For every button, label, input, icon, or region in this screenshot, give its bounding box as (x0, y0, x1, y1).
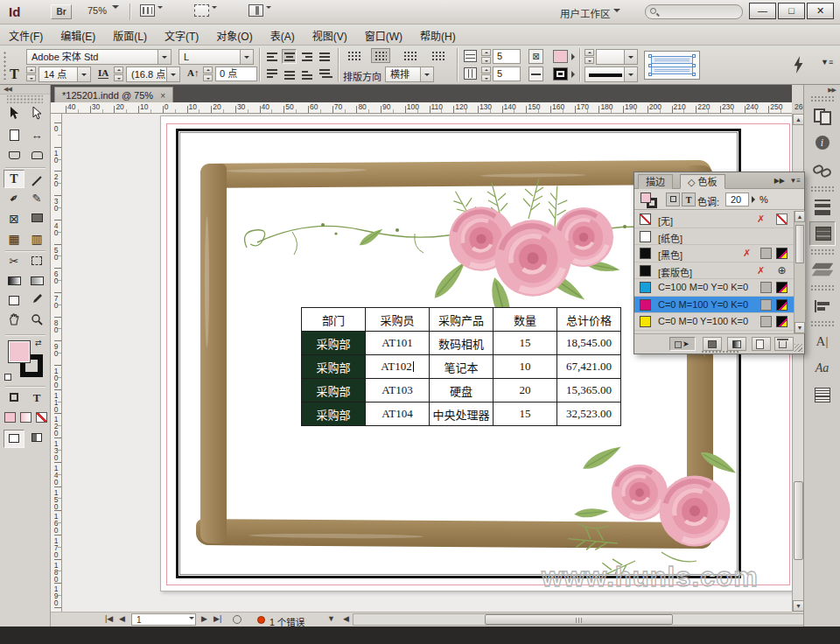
default-fill-stroke-icon[interactable] (4, 374, 11, 381)
show-color-swatches-button[interactable] (703, 337, 722, 351)
stepper-up-icon[interactable] (481, 66, 491, 74)
expand-dock-icon[interactable]: ▶▶ (828, 87, 836, 94)
quick-apply-icon[interactable] (793, 56, 804, 74)
first-page-button[interactable]: |◀ (105, 614, 113, 623)
grid-format-button-4[interactable] (429, 49, 448, 64)
menu-view[interactable]: 视图(V) (304, 24, 356, 46)
pen-tool[interactable]: ✒ (4, 190, 24, 208)
table-cell[interactable]: 中央处理器 (430, 402, 494, 426)
formatting-affects-text-button[interactable]: T (26, 389, 47, 408)
panel-grip[interactable] (3, 51, 7, 80)
dropdown-button[interactable] (624, 50, 637, 64)
stepper-down-icon[interactable] (584, 57, 594, 64)
align-center-button[interactable] (282, 49, 297, 64)
table-cell[interactable]: 10 (494, 355, 557, 379)
fill-proxy-swatch[interactable] (640, 192, 651, 203)
bridge-button[interactable]: Br (51, 4, 72, 19)
dropdown-button[interactable] (166, 67, 179, 81)
menu-file[interactable]: 文件(F) (0, 24, 52, 46)
screen-mode-dropdown[interactable] (248, 4, 271, 20)
stepper-down-icon[interactable] (481, 57, 491, 64)
layers-panel-button[interactable] (809, 257, 836, 282)
scroll-up-button[interactable]: ▲ (794, 211, 805, 222)
delete-swatch-button[interactable] (774, 337, 794, 351)
stepper-down-icon[interactable] (114, 74, 123, 81)
eyedropper-tool[interactable] (26, 293, 47, 312)
stepper-up-icon[interactable] (26, 66, 36, 74)
font-family-dropdown[interactable]: Adobe 宋体 Std (26, 49, 172, 65)
zoom-level-dropdown[interactable]: 75% (88, 5, 119, 16)
collapse-panel-icon[interactable]: ◀◀ (4, 86, 11, 93)
panel-menu-icon[interactable]: ▼≡ (789, 177, 801, 185)
maximize-button[interactable]: □ (778, 3, 805, 19)
align-middle-button[interactable] (282, 66, 297, 81)
dropdown-button[interactable] (240, 50, 253, 64)
align-left-button[interactable] (264, 49, 279, 64)
tint-field[interactable]: 20 (725, 192, 749, 206)
align-top-button[interactable] (264, 66, 279, 81)
panel-menu-button[interactable]: ▼≡ (821, 58, 833, 66)
minimize-button[interactable]: — (749, 3, 776, 19)
pencil-tool[interactable]: ✎ (26, 190, 47, 208)
table-cell[interactable]: 采购部 (302, 379, 366, 402)
line-tool[interactable] (26, 170, 47, 188)
horizontal-scroll-thumb[interactable] (485, 614, 673, 625)
font-size-dropdown[interactable]: 14 点 (38, 66, 91, 82)
swatches-scrollbar[interactable]: ▲ ▼ (794, 211, 805, 333)
stroke-style-dropdown[interactable] (584, 66, 638, 82)
scroll-down-button[interactable]: ▼ (794, 322, 805, 333)
show-gradient-swatches-button[interactable] (727, 337, 746, 351)
vertical-ruler[interactable]: 0102030405060708090100110120130140150160… (51, 114, 62, 612)
menu-help[interactable]: 帮助(H) (411, 24, 465, 46)
view-options-dropdown[interactable] (140, 4, 163, 20)
justify-button[interactable] (317, 49, 332, 64)
character-styles-panel-button[interactable]: Aa (809, 356, 836, 381)
dock-group-grip[interactable] (810, 284, 834, 290)
tab-swatches[interactable]: ◇ 色板 (680, 174, 725, 189)
kerning-stepper[interactable] (203, 66, 213, 82)
free-transform-tool[interactable] (26, 253, 47, 271)
table-cell[interactable]: 采购部 (302, 332, 366, 355)
stroke-flyout-icon[interactable] (571, 71, 578, 78)
swatch-row-none[interactable]: [无] ✗ (634, 211, 794, 228)
merge-cells-button[interactable]: ⊠ (528, 49, 543, 64)
dropdown-button[interactable] (420, 67, 433, 81)
table-cell[interactable]: AT103 (366, 379, 430, 402)
document-tab[interactable]: *125201.indd @ 75%× (54, 87, 173, 102)
close-button[interactable]: ✕ (807, 3, 834, 19)
table-header-cell[interactable]: 数量 (494, 308, 557, 332)
table-cell[interactable]: 20 (494, 379, 557, 402)
hand-tool[interactable] (4, 313, 24, 332)
menu-table[interactable]: 表(A) (262, 24, 304, 46)
apply-color-button[interactable] (4, 412, 16, 423)
justify-vertical-button[interactable] (317, 66, 332, 81)
table-header-cell[interactable]: 采购员 (366, 308, 430, 332)
normal-view-mode-button[interactable] (4, 430, 24, 448)
zoom-tool[interactable] (26, 313, 47, 332)
unmerge-cells-button[interactable] (528, 66, 543, 81)
error-dropdown-icon[interactable]: ▼ (327, 614, 335, 623)
panel-resize-grip[interactable] (794, 344, 802, 352)
align-right-button[interactable] (299, 49, 314, 64)
dropdown-button[interactable] (624, 67, 637, 81)
scroll-left-button[interactable]: ◀ (343, 614, 349, 623)
info-panel-button[interactable]: i (809, 131, 836, 156)
table-cell[interactable]: 硬盘 (430, 379, 494, 402)
pages-panel-button[interactable] (809, 104, 836, 129)
table-header-cell[interactable]: 部门 (302, 308, 366, 332)
dock-group-grip[interactable] (810, 186, 834, 192)
swatch-row-yellow[interactable]: C=0 M=0 Y=100 K=0 (634, 313, 794, 331)
menu-window[interactable]: 窗口(W) (356, 24, 411, 46)
selection-tool[interactable] (4, 107, 24, 125)
swatch-row-black[interactable]: [黑色] ✗ (634, 245, 794, 262)
next-page-button[interactable]: ▶ (201, 614, 207, 623)
swatch-row-magenta-selected[interactable]: C=0 M=100 Y=0 K=0 (634, 297, 794, 314)
character-panel-button[interactable]: A| (809, 329, 836, 354)
stepper-up-icon[interactable] (584, 49, 594, 56)
leading-dropdown[interactable]: (16.8 点 (126, 66, 180, 82)
stepper-up-icon[interactable] (481, 49, 491, 56)
brush-frame-left[interactable] (200, 164, 227, 543)
table-cell[interactable]: 18,545.00 (557, 332, 621, 355)
type-tool[interactable]: T (4, 170, 24, 188)
stepper-down-icon[interactable] (481, 74, 491, 81)
